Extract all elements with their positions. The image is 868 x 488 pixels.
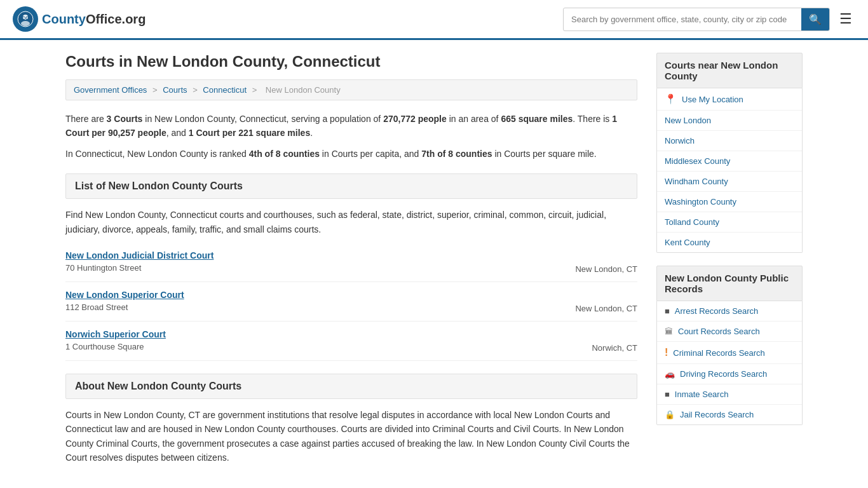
header-right: 🔍 ☰ xyxy=(563,8,855,31)
breadcrumb-link-gov[interactable]: Government Offices xyxy=(74,85,147,95)
search-input[interactable] xyxy=(564,10,801,29)
sidebar-pubrecords-header: New London County Public Records xyxy=(656,266,803,301)
driving-records-link[interactable]: Driving Records Search xyxy=(680,369,767,379)
description-para2: In Connecticut, New London County is ran… xyxy=(65,147,637,161)
court-row-3: Norwich Superior Court 1 Courthouse Squa… xyxy=(65,329,637,353)
sidebar: Courts near New London County 📍 Use My L… xyxy=(656,53,803,465)
logo-area[interactable]: CO CountyOffice.org xyxy=(13,6,146,32)
inmate-icon: ■ xyxy=(665,390,670,399)
court-name-3[interactable]: Norwich Superior Court xyxy=(65,329,166,339)
court-info-2: New London Superior Court 112 Broad Stre… xyxy=(65,290,184,312)
inmate-search-link[interactable]: Inmate Search xyxy=(675,390,729,399)
list-description: Find New London County, Connecticut cour… xyxy=(65,208,637,236)
breadcrumb-sep1: > xyxy=(153,85,158,95)
arrest-icon: ■ xyxy=(665,306,670,316)
sidebar-inmate-search[interactable]: ■ Inmate Search xyxy=(657,384,802,405)
sidebar-nearby-middlesex[interactable]: Middlesex County xyxy=(657,151,802,172)
courts-count: 3 Courts xyxy=(107,114,143,124)
sidebar-court-records[interactable]: 🏛 Court Records Search xyxy=(657,322,802,342)
pin-icon: 📍 xyxy=(665,93,677,105)
sidebar-nearby-washington[interactable]: Washington County xyxy=(657,192,802,212)
nearby-link-4[interactable]: Washington County xyxy=(665,197,736,207)
search-button[interactable]: 🔍 xyxy=(801,8,829,30)
area: 665 square miles xyxy=(501,114,573,124)
sidebar-nearby-norwich[interactable]: Norwich xyxy=(657,131,802,151)
sidebar-use-location[interactable]: 📍 Use My Location xyxy=(657,88,802,111)
sidebar-pubrecords-list: ■ Arrest Records Search 🏛 Court Records … xyxy=(656,301,803,425)
court-per-mile: 1 Court per 221 square miles xyxy=(189,128,310,138)
jail-records-link[interactable]: Jail Records Search xyxy=(680,410,754,419)
breadcrumb-link-ct[interactable]: Connecticut xyxy=(203,85,247,95)
main-content: Courts in New London County, Connecticut… xyxy=(65,53,637,465)
population: 270,772 people xyxy=(383,114,447,124)
court-info-3: Norwich Superior Court 1 Courthouse Squa… xyxy=(65,329,166,351)
court-item-2: New London Superior Court 112 Broad Stre… xyxy=(65,282,637,322)
court-location-3: Norwich, CT xyxy=(592,343,637,353)
sidebar-jail-records[interactable]: 🔒 Jail Records Search xyxy=(657,405,802,424)
sidebar-nearby-box: Courts near New London County 📍 Use My L… xyxy=(656,53,803,253)
court-records-link[interactable]: Court Records Search xyxy=(678,327,760,336)
search-bar: 🔍 xyxy=(563,8,830,31)
description-para1: There are 3 Courts in New London County,… xyxy=(65,112,637,140)
about-section-header: About New London County Courts xyxy=(65,374,637,399)
logo-icon: CO xyxy=(13,6,38,32)
jail-icon: 🔒 xyxy=(665,410,675,419)
court-row-2: New London Superior Court 112 Broad Stre… xyxy=(65,290,637,313)
page-title: Courts in New London County, Connecticut xyxy=(65,53,637,71)
breadcrumb: Government Offices > Courts > Connecticu… xyxy=(65,79,637,100)
court-item-1: New London Judicial District Court 70 Hu… xyxy=(65,243,637,282)
logo-text: CountyOffice.org xyxy=(42,12,146,27)
search-icon: 🔍 xyxy=(809,14,822,25)
court-info-1: New London Judicial District Court 70 Hu… xyxy=(65,250,214,273)
court-address-2: 112 Broad Street xyxy=(65,302,184,312)
about-text: Courts in New London County, CT are gove… xyxy=(65,408,637,465)
sidebar-nearby-header: Courts near New London County xyxy=(656,53,803,88)
nearby-link-1[interactable]: Norwich xyxy=(665,136,695,146)
svg-point-2 xyxy=(21,21,30,26)
sidebar-driving-records[interactable]: 🚗 Driving Records Search xyxy=(657,364,802,384)
site-header: CO CountyOffice.org 🔍 ☰ xyxy=(0,0,868,40)
court-row-1: New London Judicial District Court 70 Hu… xyxy=(65,250,637,274)
hamburger-icon: ☰ xyxy=(839,11,852,27)
court-records-icon: 🏛 xyxy=(665,327,673,336)
sidebar-pubrecords-box: New London County Public Records ■ Arres… xyxy=(656,266,803,425)
sidebar-nearby-list: 📍 Use My Location New London Norwich Mid… xyxy=(656,88,803,253)
breadcrumb-sep3: > xyxy=(252,85,257,95)
sidebar-arrest-records[interactable]: ■ Arrest Records Search xyxy=(657,301,802,322)
use-location-link[interactable]: Use My Location xyxy=(682,95,743,104)
court-address-3: 1 Courthouse Square xyxy=(65,342,166,351)
sidebar-criminal-records[interactable]: ! Criminal Records Search xyxy=(657,342,802,364)
menu-button[interactable]: ☰ xyxy=(836,8,855,30)
nearby-link-5[interactable]: Tolland County xyxy=(665,217,719,227)
svg-text:CO: CO xyxy=(22,15,29,21)
arrest-records-link[interactable]: Arrest Records Search xyxy=(675,306,759,316)
nearby-link-2[interactable]: Middlesex County xyxy=(665,156,730,166)
page-body: Courts in New London County, Connecticut… xyxy=(53,40,815,478)
sidebar-nearby-new-london[interactable]: New London xyxy=(657,111,802,131)
sidebar-nearby-kent[interactable]: Kent County xyxy=(657,233,802,252)
breadcrumb-link-courts[interactable]: Courts xyxy=(163,85,187,95)
nearby-link-0[interactable]: New London xyxy=(665,116,711,125)
breadcrumb-sep2: > xyxy=(193,85,198,95)
sidebar-nearby-tolland[interactable]: Tolland County xyxy=(657,212,802,233)
criminal-icon: ! xyxy=(665,347,668,358)
rank-sqmi: 7th of 8 counties xyxy=(421,149,492,159)
sidebar-nearby-windham[interactable]: Windham County xyxy=(657,172,802,192)
court-location-1: New London, CT xyxy=(575,264,637,274)
court-name-1[interactable]: New London Judicial District Court xyxy=(65,250,214,261)
list-section-header: List of New London County Courts xyxy=(65,173,637,199)
criminal-records-link[interactable]: Criminal Records Search xyxy=(673,348,765,358)
nearby-link-6[interactable]: Kent County xyxy=(665,238,710,247)
court-item-3: Norwich Superior Court 1 Courthouse Squa… xyxy=(65,322,637,361)
court-name-2[interactable]: New London Superior Court xyxy=(65,290,184,300)
court-location-2: New London, CT xyxy=(575,304,637,313)
court-address-1: 70 Huntington Street xyxy=(65,263,214,273)
rank-capita: 4th of 8 counties xyxy=(249,149,320,159)
nearby-link-3[interactable]: Windham County xyxy=(665,177,728,186)
driving-icon: 🚗 xyxy=(665,369,675,379)
breadcrumb-current: New London County xyxy=(266,85,341,95)
